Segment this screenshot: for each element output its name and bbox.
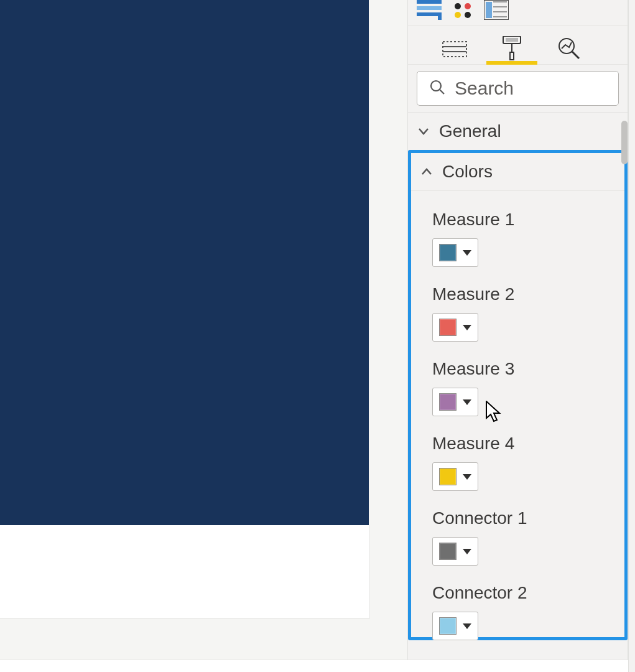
visual-gallery-row (408, 0, 628, 26)
color-swatch (439, 617, 457, 635)
bottom-strip (0, 660, 635, 672)
color-label: Connector 2 (432, 583, 624, 603)
color-picker-measure-4[interactable] (432, 462, 478, 491)
visual-type-table-icon[interactable] (484, 0, 509, 20)
color-label: Measure 3 (432, 359, 624, 379)
search-icon (429, 78, 446, 98)
section-general[interactable]: General (408, 113, 628, 150)
color-label: Measure 4 (432, 434, 624, 454)
color-swatch (439, 319, 457, 336)
report-canvas[interactable] (0, 0, 369, 525)
color-swatch (439, 393, 457, 411)
caret-down-icon (463, 474, 471, 480)
svg-rect-14 (443, 42, 466, 57)
color-picker-measure-2[interactable] (432, 313, 478, 342)
svg-rect-1 (417, 6, 442, 10)
svg-rect-9 (486, 2, 492, 18)
color-label: Measure 2 (432, 284, 624, 304)
caret-down-icon (463, 250, 471, 256)
collapsed-pane-rail[interactable] (628, 0, 635, 672)
visual-type-matrix-icon[interactable] (417, 0, 442, 20)
svg-point-23 (431, 81, 441, 91)
color-swatch (439, 543, 457, 560)
svg-point-7 (465, 12, 471, 18)
svg-rect-2 (417, 12, 442, 16)
color-swatch (439, 468, 457, 485)
svg-rect-18 (506, 38, 518, 42)
canvas-below-area (0, 525, 370, 618)
format-tabs (408, 26, 628, 65)
search-input[interactable] (453, 77, 607, 100)
color-item-measure-2: Measure 2 (411, 269, 624, 344)
tab-format[interactable] (496, 33, 527, 64)
svg-rect-0 (417, 0, 442, 4)
tab-fields[interactable] (439, 33, 470, 64)
color-label: Connector 1 (432, 508, 624, 528)
chevron-up-icon (420, 165, 433, 179)
caret-down-icon (463, 549, 471, 554)
color-item-connector-2: Connector 2 (411, 568, 624, 637)
color-picker-measure-1[interactable] (432, 238, 478, 267)
section-colors[interactable]: Colors (411, 153, 624, 191)
color-list: Measure 1 Measure 2 Measure 3 (411, 191, 624, 637)
svg-rect-20 (510, 52, 514, 60)
tab-analytics[interactable] (554, 33, 585, 64)
color-label: Measure 1 (432, 210, 624, 230)
visualizations-format-panel: General Colors Measure 1 Measure 2 (407, 0, 628, 660)
search-box[interactable] (417, 71, 619, 106)
analytics-icon (557, 36, 582, 61)
color-item-measure-4: Measure 4 (411, 419, 624, 493)
format-icon (501, 36, 523, 61)
color-picker-connector-1[interactable] (432, 537, 478, 566)
active-tab-underline (486, 61, 537, 65)
svg-point-5 (465, 3, 471, 9)
svg-line-24 (440, 90, 444, 94)
section-label: General (439, 121, 501, 141)
svg-rect-3 (438, 16, 442, 20)
caret-down-icon (463, 325, 471, 330)
panel-scrollbar[interactable] (621, 121, 628, 164)
section-colors-highlight: Colors Measure 1 Measure 2 Measure 3 (408, 150, 628, 640)
visual-type-donut-icon[interactable] (450, 0, 475, 20)
search-container (408, 65, 628, 113)
svg-point-4 (455, 3, 461, 9)
color-picker-measure-3[interactable] (432, 388, 478, 416)
chevron-down-icon (417, 124, 430, 138)
fields-icon (442, 38, 467, 59)
color-item-measure-3: Measure 3 (411, 344, 624, 419)
caret-down-icon (463, 399, 471, 405)
svg-line-22 (572, 52, 579, 58)
color-picker-connector-2[interactable] (432, 612, 478, 640)
caret-down-icon (463, 623, 471, 629)
section-label: Colors (442, 162, 493, 182)
svg-point-6 (455, 12, 461, 18)
color-item-connector-1: Connector 1 (411, 493, 624, 568)
color-swatch (439, 244, 457, 261)
color-item-measure-1: Measure 1 (411, 195, 624, 269)
